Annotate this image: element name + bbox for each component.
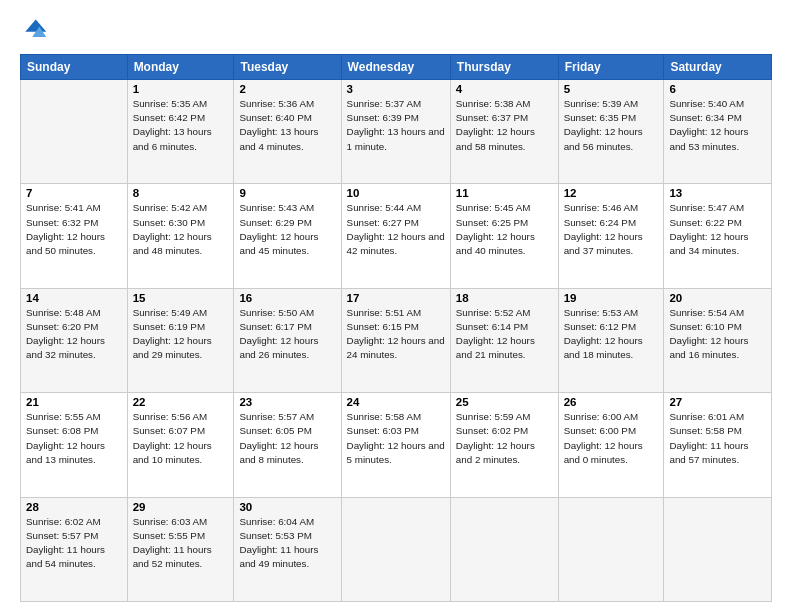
day-info: Sunrise: 6:03 AMSunset: 5:55 PMDaylight:… [133,515,229,572]
day-info: Sunrise: 5:47 AMSunset: 6:22 PMDaylight:… [669,201,766,258]
page: SundayMondayTuesdayWednesdayThursdayFrid… [0,0,792,612]
day-info: Sunrise: 5:39 AMSunset: 6:35 PMDaylight:… [564,97,659,154]
day-info: Sunrise: 5:55 AMSunset: 6:08 PMDaylight:… [26,410,122,467]
calendar-cell [450,497,558,601]
day-info: Sunrise: 5:35 AMSunset: 6:42 PMDaylight:… [133,97,229,154]
calendar-cell: 2Sunrise: 5:36 AMSunset: 6:40 PMDaylight… [234,80,341,184]
day-number: 22 [133,396,229,408]
calendar-cell: 20Sunrise: 5:54 AMSunset: 6:10 PMDayligh… [664,288,772,392]
weekday-header: Tuesday [234,55,341,80]
calendar-cell: 13Sunrise: 5:47 AMSunset: 6:22 PMDayligh… [664,184,772,288]
day-info: Sunrise: 6:01 AMSunset: 5:58 PMDaylight:… [669,410,766,467]
calendar-week-row: 1Sunrise: 5:35 AMSunset: 6:42 PMDaylight… [21,80,772,184]
weekday-header: Thursday [450,55,558,80]
day-number: 27 [669,396,766,408]
calendar-cell: 15Sunrise: 5:49 AMSunset: 6:19 PMDayligh… [127,288,234,392]
day-info: Sunrise: 6:00 AMSunset: 6:00 PMDaylight:… [564,410,659,467]
calendar-cell: 1Sunrise: 5:35 AMSunset: 6:42 PMDaylight… [127,80,234,184]
calendar-cell: 24Sunrise: 5:58 AMSunset: 6:03 PMDayligh… [341,393,450,497]
calendar-cell: 21Sunrise: 5:55 AMSunset: 6:08 PMDayligh… [21,393,128,497]
calendar-cell [664,497,772,601]
calendar-cell: 8Sunrise: 5:42 AMSunset: 6:30 PMDaylight… [127,184,234,288]
day-number: 8 [133,187,229,199]
calendar-cell [21,80,128,184]
calendar-cell: 4Sunrise: 5:38 AMSunset: 6:37 PMDaylight… [450,80,558,184]
logo-icon [20,16,48,44]
day-number: 15 [133,292,229,304]
calendar-week-row: 7Sunrise: 5:41 AMSunset: 6:32 PMDaylight… [21,184,772,288]
svg-marker-0 [25,20,46,32]
day-info: Sunrise: 5:58 AMSunset: 6:03 PMDaylight:… [347,410,445,467]
day-number: 2 [239,83,335,95]
calendar-cell: 16Sunrise: 5:50 AMSunset: 6:17 PMDayligh… [234,288,341,392]
day-info: Sunrise: 5:51 AMSunset: 6:15 PMDaylight:… [347,306,445,363]
day-info: Sunrise: 5:53 AMSunset: 6:12 PMDaylight:… [564,306,659,363]
calendar-cell: 18Sunrise: 5:52 AMSunset: 6:14 PMDayligh… [450,288,558,392]
calendar-cell: 26Sunrise: 6:00 AMSunset: 6:00 PMDayligh… [558,393,664,497]
calendar-cell [558,497,664,601]
calendar-cell: 10Sunrise: 5:44 AMSunset: 6:27 PMDayligh… [341,184,450,288]
calendar-cell: 5Sunrise: 5:39 AMSunset: 6:35 PMDaylight… [558,80,664,184]
weekday-header: Wednesday [341,55,450,80]
calendar-cell: 28Sunrise: 6:02 AMSunset: 5:57 PMDayligh… [21,497,128,601]
day-info: Sunrise: 5:44 AMSunset: 6:27 PMDaylight:… [347,201,445,258]
calendar-cell: 14Sunrise: 5:48 AMSunset: 6:20 PMDayligh… [21,288,128,392]
day-info: Sunrise: 5:38 AMSunset: 6:37 PMDaylight:… [456,97,553,154]
calendar-cell: 3Sunrise: 5:37 AMSunset: 6:39 PMDaylight… [341,80,450,184]
calendar-cell: 23Sunrise: 5:57 AMSunset: 6:05 PMDayligh… [234,393,341,497]
day-number: 17 [347,292,445,304]
day-number: 3 [347,83,445,95]
day-number: 1 [133,83,229,95]
day-info: Sunrise: 5:42 AMSunset: 6:30 PMDaylight:… [133,201,229,258]
weekday-header: Sunday [21,55,128,80]
weekday-header: Monday [127,55,234,80]
day-info: Sunrise: 5:46 AMSunset: 6:24 PMDaylight:… [564,201,659,258]
day-number: 25 [456,396,553,408]
calendar-cell: 27Sunrise: 6:01 AMSunset: 5:58 PMDayligh… [664,393,772,497]
day-number: 21 [26,396,122,408]
calendar-cell: 7Sunrise: 5:41 AMSunset: 6:32 PMDaylight… [21,184,128,288]
calendar-cell: 22Sunrise: 5:56 AMSunset: 6:07 PMDayligh… [127,393,234,497]
day-number: 28 [26,501,122,513]
calendar-week-row: 28Sunrise: 6:02 AMSunset: 5:57 PMDayligh… [21,497,772,601]
calendar-header-row: SundayMondayTuesdayWednesdayThursdayFrid… [21,55,772,80]
day-info: Sunrise: 5:52 AMSunset: 6:14 PMDaylight:… [456,306,553,363]
day-info: Sunrise: 6:04 AMSunset: 5:53 PMDaylight:… [239,515,335,572]
day-number: 26 [564,396,659,408]
day-info: Sunrise: 6:02 AMSunset: 5:57 PMDaylight:… [26,515,122,572]
day-number: 30 [239,501,335,513]
day-number: 12 [564,187,659,199]
day-info: Sunrise: 5:56 AMSunset: 6:07 PMDaylight:… [133,410,229,467]
weekday-header: Friday [558,55,664,80]
calendar-cell: 19Sunrise: 5:53 AMSunset: 6:12 PMDayligh… [558,288,664,392]
day-info: Sunrise: 5:45 AMSunset: 6:25 PMDaylight:… [456,201,553,258]
day-number: 4 [456,83,553,95]
day-number: 20 [669,292,766,304]
day-info: Sunrise: 5:49 AMSunset: 6:19 PMDaylight:… [133,306,229,363]
day-info: Sunrise: 5:59 AMSunset: 6:02 PMDaylight:… [456,410,553,467]
weekday-header: Saturday [664,55,772,80]
day-info: Sunrise: 5:48 AMSunset: 6:20 PMDaylight:… [26,306,122,363]
day-info: Sunrise: 5:40 AMSunset: 6:34 PMDaylight:… [669,97,766,154]
day-info: Sunrise: 5:43 AMSunset: 6:29 PMDaylight:… [239,201,335,258]
day-info: Sunrise: 5:36 AMSunset: 6:40 PMDaylight:… [239,97,335,154]
day-number: 13 [669,187,766,199]
day-number: 16 [239,292,335,304]
calendar-week-row: 14Sunrise: 5:48 AMSunset: 6:20 PMDayligh… [21,288,772,392]
calendar-cell [341,497,450,601]
logo [20,16,52,44]
calendar-cell: 25Sunrise: 5:59 AMSunset: 6:02 PMDayligh… [450,393,558,497]
day-info: Sunrise: 5:37 AMSunset: 6:39 PMDaylight:… [347,97,445,154]
calendar-cell: 9Sunrise: 5:43 AMSunset: 6:29 PMDaylight… [234,184,341,288]
day-info: Sunrise: 5:50 AMSunset: 6:17 PMDaylight:… [239,306,335,363]
calendar-table: SundayMondayTuesdayWednesdayThursdayFrid… [20,54,772,602]
day-info: Sunrise: 5:41 AMSunset: 6:32 PMDaylight:… [26,201,122,258]
calendar-cell: 12Sunrise: 5:46 AMSunset: 6:24 PMDayligh… [558,184,664,288]
day-number: 9 [239,187,335,199]
day-number: 19 [564,292,659,304]
calendar-cell: 30Sunrise: 6:04 AMSunset: 5:53 PMDayligh… [234,497,341,601]
day-number: 23 [239,396,335,408]
day-number: 14 [26,292,122,304]
header [20,16,772,44]
day-number: 18 [456,292,553,304]
